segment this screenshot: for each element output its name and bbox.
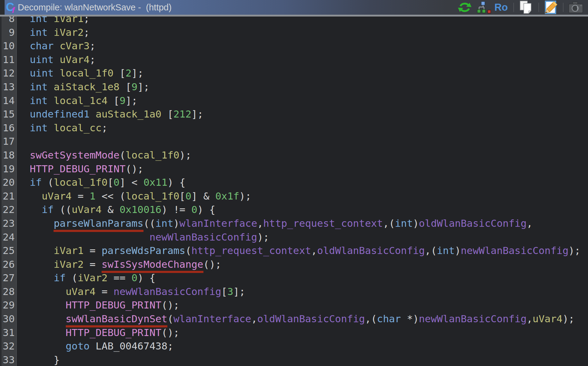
code-token[interactable]: iVar2 [78, 272, 108, 284]
code-token[interactable]: } [54, 354, 60, 366]
code-token[interactable]: ( [66, 272, 78, 284]
code-token[interactable]: 0x11 [143, 177, 167, 188]
code-token[interactable]: ]; [233, 286, 245, 297]
code-token[interactable]: , [527, 218, 533, 229]
code-token[interactable] [18, 122, 30, 134]
decompiled-source-code[interactable]: int iVar1; int iVar2; char cVar3; uint u… [17, 12, 580, 366]
code-token[interactable] [90, 340, 96, 352]
code-token[interactable] [48, 95, 54, 106]
code-token[interactable]: uVar4 [42, 190, 72, 202]
code-token[interactable]: ); [179, 149, 191, 161]
code-token[interactable] [18, 327, 66, 338]
code-token[interactable]: ; [90, 40, 96, 52]
code-token[interactable]: ] [192, 190, 198, 202]
code-token[interactable]: auStack_1a0 [95, 108, 161, 120]
code-token[interactable]: = [84, 259, 102, 270]
code-token[interactable]: ) [173, 218, 180, 229]
code-token[interactable]: ); [568, 245, 580, 256]
code-token[interactable]: ) { [197, 204, 215, 215]
code-token[interactable]: (); [203, 259, 221, 270]
code-token[interactable]: ]; [125, 95, 137, 106]
code-token[interactable] [18, 81, 30, 93]
code-token[interactable]: 0 [114, 177, 120, 188]
refresh-button[interactable] [457, 1, 472, 14]
code-token[interactable] [18, 108, 30, 120]
code-token[interactable] [48, 122, 54, 134]
code-token[interactable]: (); [162, 327, 180, 338]
code-token[interactable]: swWlanBasicDynSet [66, 313, 168, 327]
code-token[interactable]: = [84, 245, 102, 256]
code-token[interactable]: http_request_context [191, 245, 311, 256]
code-token[interactable] [48, 81, 54, 93]
code-token[interactable]: = [95, 286, 114, 297]
copy-button[interactable] [518, 1, 534, 14]
code-token[interactable]: = [72, 190, 90, 202]
code-token[interactable]: http_request_context [263, 218, 383, 229]
code-token[interactable] [18, 272, 54, 284]
code-token[interactable]: uVar4 [72, 204, 102, 215]
code-token[interactable]: HTTP_DEBUG_PRINT [66, 299, 162, 311]
code-token[interactable]: ) [455, 245, 461, 256]
code-token[interactable]: << ( [95, 190, 125, 202]
code-token[interactable]: int [30, 122, 48, 134]
code-token[interactable]: , [251, 313, 257, 325]
code-token[interactable]: 1 [90, 190, 96, 202]
code-token[interactable]: & [197, 190, 215, 202]
code-token[interactable]: , [257, 218, 263, 229]
code-token[interactable]: newWlanBasicConfig [461, 245, 568, 256]
code-token[interactable]: ]; [191, 108, 203, 120]
code-token[interactable]: [ [167, 108, 173, 120]
code-token[interactable] [18, 40, 30, 52]
code-token[interactable]: 2 [125, 67, 132, 79]
code-token[interactable]: wlanInterface [173, 313, 251, 325]
code-token[interactable] [108, 95, 114, 106]
code-token[interactable]: if [54, 272, 65, 284]
code-token[interactable]: int [155, 218, 173, 229]
code-token[interactable]: ( [42, 177, 54, 188]
code-token[interactable] [18, 354, 54, 366]
code-token[interactable]: if [30, 177, 42, 188]
ro-button[interactable]: Ro [492, 1, 509, 14]
code-token[interactable] [18, 299, 66, 311]
code-token[interactable]: (( [143, 218, 155, 229]
code-token[interactable] [18, 149, 30, 161]
code-token[interactable]: if [42, 204, 54, 215]
code-token[interactable]: uint [30, 54, 54, 65]
code-token[interactable]: local_1f0 [125, 190, 179, 202]
code-token[interactable]: char [377, 313, 401, 325]
code-token[interactable]: newWlanBasicConfig [149, 231, 257, 243]
code-token[interactable] [18, 95, 30, 106]
code-token[interactable]: ) [413, 218, 419, 229]
code-token[interactable]: ; [167, 340, 173, 352]
code-token[interactable]: ( [167, 313, 173, 325]
code-token[interactable] [120, 81, 126, 93]
code-token[interactable]: ]; [137, 81, 149, 93]
code-token[interactable]: iVar2 [54, 259, 84, 270]
code-token[interactable]: int [30, 95, 48, 106]
code-token[interactable]: [ [125, 81, 132, 93]
code-token[interactable]: parseWlanParams [54, 218, 143, 232]
code-token[interactable]: [ [114, 95, 120, 106]
code-token[interactable]: local_1f0 [60, 67, 114, 79]
code-token[interactable]: , [311, 245, 317, 256]
code-token[interactable] [18, 245, 54, 256]
code-token[interactable]: ,( [383, 218, 395, 229]
code-token[interactable]: swGetSystemMode [30, 149, 120, 161]
code-token[interactable] [18, 54, 30, 65]
code-token[interactable]: (( [54, 204, 72, 215]
code-token[interactable] [18, 67, 30, 79]
code-token[interactable] [162, 108, 168, 120]
code-token[interactable]: HTTP_DEBUG_PRINT [30, 163, 125, 175]
code-token[interactable] [54, 67, 60, 79]
code-token[interactable] [48, 27, 54, 38]
code-token[interactable] [18, 218, 54, 229]
code-token[interactable] [114, 67, 120, 79]
code-token[interactable] [18, 286, 66, 297]
code-token[interactable]: ); [239, 190, 251, 202]
code-token[interactable]: ); [563, 313, 575, 325]
code-token[interactable] [54, 54, 60, 65]
code-token[interactable]: uint [30, 67, 54, 79]
code-token[interactable]: & [102, 204, 120, 215]
code-token[interactable]: 0 [132, 272, 138, 284]
code-token[interactable] [18, 259, 54, 270]
